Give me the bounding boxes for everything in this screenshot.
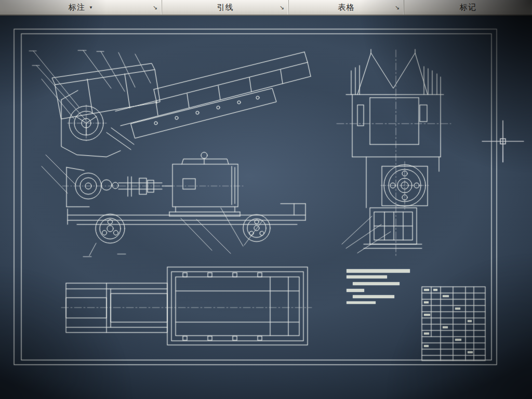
plan-view (61, 267, 312, 345)
crosshair-cursor (482, 121, 524, 162)
ribbon-panel-table[interactable]: 表格 ↘ (289, 0, 404, 15)
panel-label: 引线 (217, 3, 234, 12)
dialog-launcher-icon[interactable]: ↘ (280, 5, 284, 10)
title-block (422, 287, 485, 361)
end-elevation-view (337, 49, 451, 256)
monitor-photo: 标注 ▼ ↘ 引线 ↘ 表格 ↘ 标记 (0, 0, 532, 399)
panel-label: 标记 (460, 3, 476, 12)
dialog-launcher-icon[interactable]: ↘ (395, 5, 400, 10)
ribbon-panel-dimension[interactable]: 标注 ▼ ↘ (0, 0, 162, 15)
notes-text-block (347, 269, 410, 304)
side-elevation-view (29, 50, 311, 257)
cad-canvas[interactable] (0, 0, 532, 399)
dropdown-arrow-icon[interactable]: ▼ (89, 5, 93, 10)
ribbon-panel-markup[interactable]: 标记 (404, 0, 532, 15)
dialog-launcher-icon[interactable]: ↘ (153, 5, 157, 10)
ribbon-panel-leader[interactable]: 引线 ↘ (162, 0, 289, 15)
leader-lines (29, 50, 262, 257)
panel-label: 表格 (338, 3, 355, 12)
ribbon-panel-title-bar: 标注 ▼ ↘ 引线 ↘ 表格 ↘ 标记 (0, 0, 532, 16)
panel-label: 标注 (69, 3, 85, 12)
